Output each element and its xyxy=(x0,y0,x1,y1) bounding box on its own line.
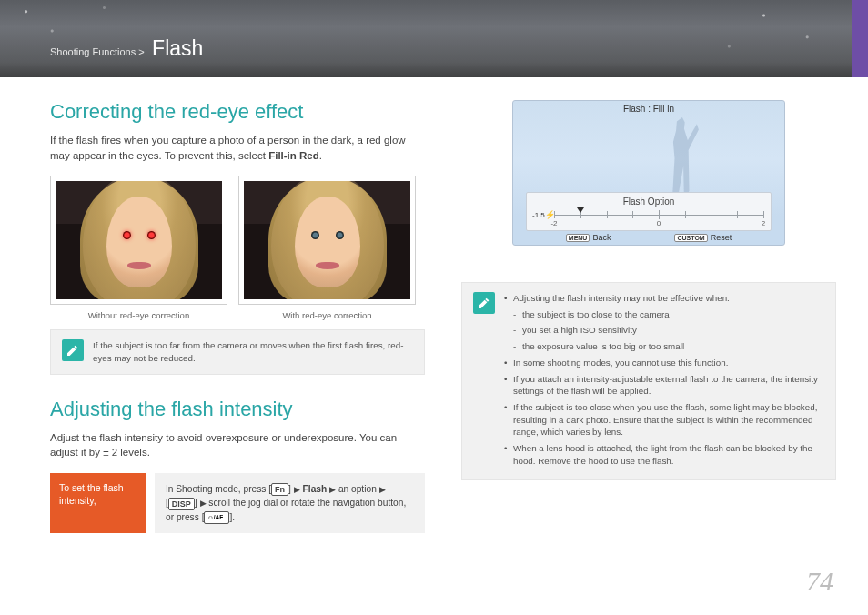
list-item: the subject is too close to the camera xyxy=(504,308,824,321)
list-item: If you attach an intensity-adjustable ex… xyxy=(504,373,824,398)
page-number: 74 xyxy=(806,566,833,597)
pencil-icon xyxy=(473,292,495,314)
instruction-label: To set the flash intensity, xyxy=(50,473,146,533)
header-bar: Shooting Functions > Flash xyxy=(0,0,868,77)
list-item: If the subject is too close when you use… xyxy=(504,401,824,439)
menu-back-hint: MENUBack xyxy=(566,233,611,242)
note-redeye: If the subject is too far from the camer… xyxy=(50,329,425,374)
camera-ui-panel: Flash : Fill in Flash Option ⚡ -1.5 xyxy=(512,100,785,246)
photo-row: Without red-eye correction With red-eye … xyxy=(50,176,425,320)
redeye-paragraph: If the flash fires when you capture a ph… xyxy=(50,133,425,163)
side-purple-tab xyxy=(852,0,868,77)
disp-key-icon: DISP xyxy=(168,498,195,510)
caption-without: Without red-eye correction xyxy=(50,310,227,320)
breadcrumb-prefix: Shooting Functions > xyxy=(50,46,145,57)
flash-option-box: Flash Option ⚡ -1.5 -2 0 2 xyxy=(526,192,772,231)
list-item: the exposure value is too big or too sma… xyxy=(504,340,824,353)
photo-without-correction: Without red-eye correction xyxy=(50,176,227,320)
camera-ui-title: Flash : Fill in xyxy=(513,104,784,114)
fn-key-icon: Fn xyxy=(271,483,288,496)
instruction-body: In Shooting mode, press [Fn] ▶ Flash ▶ a… xyxy=(155,473,425,533)
section-title-intensity: Adjusting the flash intensity xyxy=(50,398,425,421)
subject-silhouette-icon xyxy=(662,117,699,199)
photo-with-correction: With red-eye correction xyxy=(238,176,416,320)
ev-scale: ⚡ -1.5 -2 0 2 xyxy=(554,208,763,228)
list-item: When a lens hood is attached, the light … xyxy=(504,442,824,467)
custom-reset-hint: CUSTOMReset xyxy=(674,233,732,242)
note-intensity: Adjusting the flash intensity may not be… xyxy=(461,282,836,480)
section-title-redeye: Correcting the red-eye effect xyxy=(50,100,425,124)
ev-value: -1.5 xyxy=(532,211,545,219)
flash-option-label: Flash Option xyxy=(527,197,771,207)
note-redeye-text: If the subject is too far from the camer… xyxy=(93,339,413,364)
ev-pointer-icon xyxy=(577,207,584,213)
pencil-icon xyxy=(62,339,84,361)
breadcrumb-title: Flash xyxy=(148,36,203,60)
af-key-icon: ☺/AF xyxy=(204,511,229,524)
intensity-paragraph: Adjust the flash intensity to avoid over… xyxy=(50,430,425,460)
list-item: In some shooting modes, you cannot use t… xyxy=(504,357,824,369)
caption-with: With red-eye correction xyxy=(238,310,416,320)
list-item: you set a high ISO sensitivity xyxy=(504,324,824,337)
list-item: Adjusting the flash intensity may not be… xyxy=(504,292,824,305)
note-intensity-list: Adjusting the flash intensity may not be… xyxy=(504,292,824,470)
svg-text:☺/AF: ☺/AF xyxy=(207,514,223,520)
